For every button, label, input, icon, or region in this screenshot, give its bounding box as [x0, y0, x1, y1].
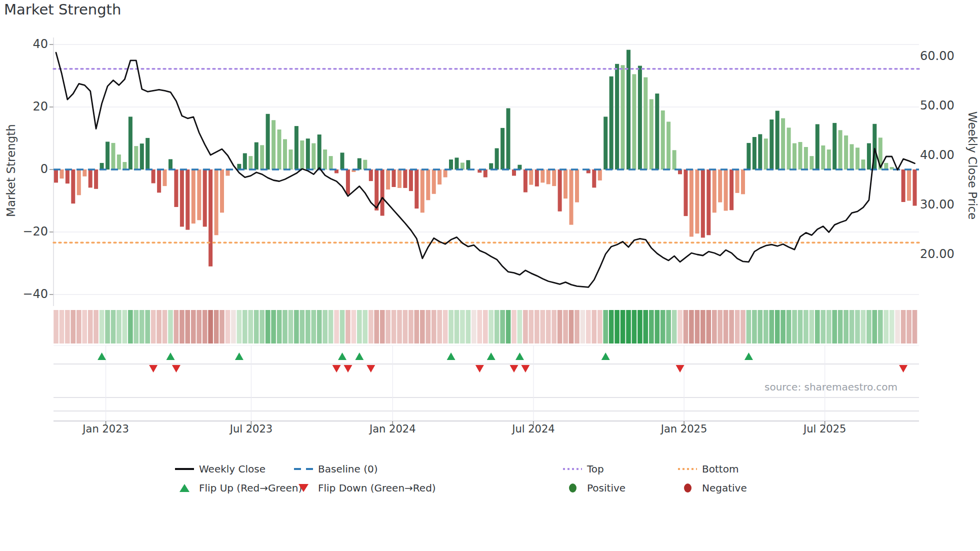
x-tick: Jul 2024	[494, 423, 574, 435]
legend-flip-down: Flip Down (Green→Red)	[293, 481, 436, 495]
right-tick: 60.00	[920, 49, 975, 63]
x-tick: Jul 2023	[211, 423, 291, 435]
legend-baseline: Baseline (0)	[293, 462, 378, 476]
legend-label: Flip Up (Red→Green)	[199, 482, 302, 494]
legend-positive: Positive	[562, 481, 626, 495]
legend-label: Weekly Close	[199, 463, 266, 475]
left-tick: 40	[4, 37, 48, 51]
flip-down-triangle-icon	[293, 484, 314, 492]
x-tick: Jan 2025	[644, 423, 724, 435]
right-tick: 50.00	[920, 98, 975, 112]
left-tick: 20	[4, 100, 48, 114]
legend-top: Top	[562, 462, 604, 476]
legend-label: Negative	[702, 482, 747, 494]
legend-negative: Negative	[677, 481, 747, 495]
flip-up-triangle-icon	[174, 484, 195, 492]
negative-dot-icon	[677, 484, 698, 492]
legend-label: Top	[587, 463, 604, 475]
x-tick: Jan 2024	[352, 423, 432, 435]
left-tick: 0	[4, 162, 48, 176]
legend-bottom: Bottom	[677, 462, 738, 476]
right-tick: 20.00	[920, 247, 975, 261]
top-dotted-line-icon	[562, 468, 583, 470]
bottom-dotted-line-icon	[677, 468, 698, 470]
x-tick: Jul 2025	[785, 423, 865, 435]
market-strength-dashboard: Market Strength Market Strength 40 20 0 …	[0, 0, 980, 551]
weekly-close-line-icon	[174, 468, 195, 470]
left-tick: −20	[4, 224, 48, 238]
left-tick: −40	[4, 287, 48, 301]
legend-label: Bottom	[702, 463, 738, 475]
baseline-dash-icon	[293, 468, 314, 470]
market-strength-chart	[0, 0, 980, 551]
positive-dot-icon	[562, 484, 583, 492]
legend-label: Flip Down (Green→Red)	[318, 482, 436, 494]
legend-flip-up: Flip Up (Red→Green)	[174, 481, 302, 495]
right-tick: 30.00	[920, 198, 975, 212]
legend-label: Positive	[587, 482, 626, 494]
x-tick: Jan 2023	[66, 423, 146, 435]
source-credit: source: sharemaestro.com	[648, 381, 898, 393]
legend-weekly-close: Weekly Close	[174, 462, 266, 476]
legend-label: Baseline (0)	[318, 463, 378, 475]
right-tick: 40.00	[920, 148, 975, 162]
